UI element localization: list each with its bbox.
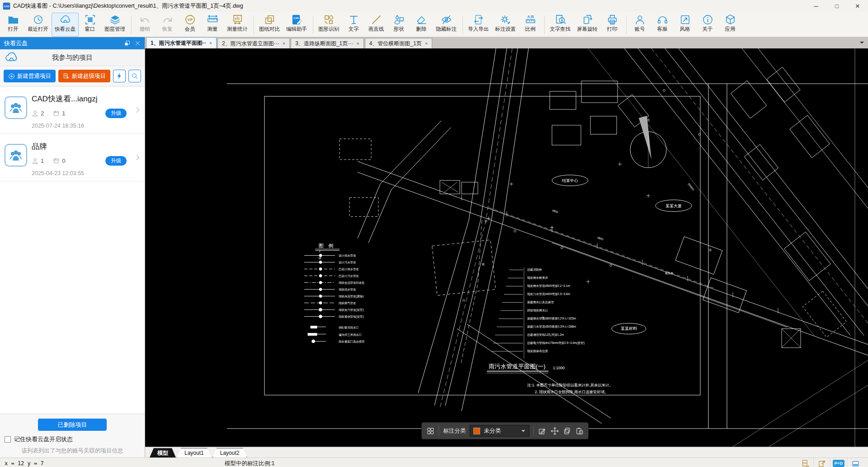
layout-tab[interactable]: Layout1 [177,448,212,457]
toolbar-button[interactable]: 撤销 [133,13,156,37]
toolbar-button[interactable]: 画直线 [365,13,387,37]
toolbar-button[interactable]: A:B 比例 [519,13,542,37]
toolbar-button[interactable]: 图层管理 [101,13,128,37]
remember-label: 记住快看云盘开启状态 [14,435,73,443]
closex-icon[interactable] [135,40,141,46]
tab-close-icon[interactable]: × [209,40,212,46]
toolbar-button[interactable]: 账号 [628,13,651,37]
svg-text:雨水篦落口及连接管: 雨水篦落口及连接管 [339,340,364,343]
user-s-icon [32,110,38,117]
toolbar-button[interactable]: 标注设置 [492,13,519,37]
svg-text:现状雨水检查井: 现状雨水检查井 [527,276,548,280]
stats-icon [232,14,243,25]
toolbar-button[interactable]: 风格 [674,13,696,37]
upgrade-badge[interactable]: 升级 [105,109,127,118]
toolbar-button[interactable]: 导入导出 [465,13,492,37]
clip-icon[interactable] [576,426,584,436]
toolbar-button[interactable]: 客服 [651,13,674,37]
minimize-button[interactable]: ─ [806,0,826,12]
toolbar-button[interactable]: 最近打开 [24,13,52,37]
toolbar-button[interactable]: 打开 [2,13,24,37]
document-tab[interactable]: 2、雨污水管道立面图··· × [217,38,290,48]
lightning-icon [116,72,123,80]
shapes-icon [393,14,405,25]
toolbar-button[interactable]: 图纸对比 [256,13,283,37]
new-normal-project-button[interactable]: 新建普通项目 [4,70,56,82]
chev-icon[interactable] [135,105,141,114]
svg-text:北: 北 [647,118,650,122]
document-tab[interactable]: 3、道路纵断面图_1页··· × [291,38,363,48]
move-icon[interactable] [551,426,559,436]
layout-tab[interactable]: Layout2 [212,448,247,457]
toolbar-button[interactable]: 测量统计 [224,13,251,37]
toolbar-button[interactable]: 窗口 [79,13,101,37]
cloud-drive-panel: 快看云盘 我参与的项目 新建普通项目 新建超级项目 [0,37,145,457]
maximize-button[interactable]: □ [826,0,847,12]
tab-close-icon[interactable]: × [283,41,285,46]
tab-close-icon[interactable]: × [425,41,428,46]
apps-icon [725,14,736,25]
toolbar-button[interactable]: 应用 [719,13,741,37]
deleted-projects-button[interactable]: 已删除项目 [38,419,107,431]
toolbar-button[interactable]: 隐藏标注 [433,13,460,37]
svg-text:注:1. 本图尺寸单位除管径以毫米计外,其余以米计。: 注:1. 本图尺寸单位除管径以毫米计外,其余以米计。 [527,383,613,387]
quick-sync-button[interactable] [113,70,126,82]
about-icon [702,14,713,25]
cadlogo-icon: CAD [3,2,10,10]
svg-text:CAD: CAD [293,17,299,19]
copy2-icon[interactable] [563,426,571,436]
winmini-icon [851,459,860,467]
svg-text:迁建通信管线12孔埋深1.2m: 迁建通信管线12孔埋深1.2m [527,333,564,337]
toolbar-button[interactable]: 文字 [342,13,365,37]
annotation-category-select[interactable]: 未分类 [470,425,529,437]
title-bar: CAD CAD快速看图 - C:\Users\liangzj\Desktop\c… [0,0,868,12]
caret-icon[interactable] [859,40,865,46]
chev-icon[interactable] [135,153,141,162]
toolbar-button[interactable]: 形状 [387,13,410,37]
tab-close-icon[interactable]: × [356,41,359,46]
edit-icon[interactable] [538,426,546,436]
svg-text:新建雨水口及连接管: 新建雨水口及连接管 [527,300,554,304]
svg-text:Y: Y [319,250,321,253]
toolbar-button[interactable]: 恢复 [156,13,179,37]
toolbar-button[interactable]: CAD 编辑助手 [283,13,310,37]
search-project-button[interactable] [128,70,141,82]
file-count: 0 [62,157,65,164]
float-icon[interactable] [124,40,130,46]
toolbar-button[interactable]: 打印 [601,13,623,37]
folder-icon [8,14,19,25]
toolbar-button[interactable]: A 文字查找 [547,13,574,37]
style-icon [679,14,691,25]
member-count: 1 [41,157,44,164]
cursor-coordinates: x = 12 y = 7 [5,460,44,467]
document-tabs: 1、雨污水管道平面图·· × 2、雨污水管道立面图··· × 3、道路纵断面图_… [145,37,868,48]
toolbar-button[interactable]: 快看云盘 [52,13,79,37]
legend: 图 例 Y设计雨水管道 W设计污水管道 已设计雨水管道 已设计污水管道 现状合流… [304,243,364,344]
project-row[interactable]: CAD快速看...iangzj 2 1 升级 2025-07-24 16:35:… [0,86,145,134]
toolbar-button[interactable]: 删除 [410,13,433,37]
annotation-category-label: 标注分类 [443,427,466,435]
grid4-icon[interactable] [426,426,434,436]
selected-category: 未分类 [484,427,517,435]
project-row[interactable]: 品牌 1 0 升级 2025-04-23 12:03:55 [0,134,145,181]
layout-tab[interactable]: 模型 [150,448,176,457]
layers-icon [109,14,121,25]
line-icon [371,14,382,25]
document-tab[interactable]: 1、雨污水管道平面图·· × [146,37,217,48]
drawing-title-block: 雨污水管道平面图(一) 1:1000 [487,363,565,373]
close-button[interactable]: ✕ [847,0,868,12]
toolbar-button[interactable]: VIP 会员 [179,13,201,37]
document-tab[interactable]: 4、管位横断面图_1页 × [365,38,432,48]
svg-text:已设计污水管道: 已设计污水管道 [339,274,359,278]
toolbar-button[interactable]: 屏幕旋转 [574,13,601,37]
remember-checkbox[interactable] [5,436,11,443]
cad-canvas[interactable]: 结算中心 某某大厦 某某材料 图 例 Y设计雨水管道 W设计污水管道 已设计雨水… [145,48,868,447]
toolbar-button[interactable]: 图形识别 [315,13,342,37]
section-title: 我参与的项目 [0,53,145,62]
new-super-project-button[interactable]: 新建超级项目 [58,70,110,82]
toolbar-button[interactable]: 测量 [201,13,224,37]
toolbar-button[interactable]: 关于 [696,13,719,37]
upgrade-badge[interactable]: 升级 [105,156,127,166]
note-settings-icon [500,14,511,25]
svg-text:现状污水管道d400埋深2.5~3.6m: 现状污水管道d400埋深2.5~3.6m [527,292,570,296]
